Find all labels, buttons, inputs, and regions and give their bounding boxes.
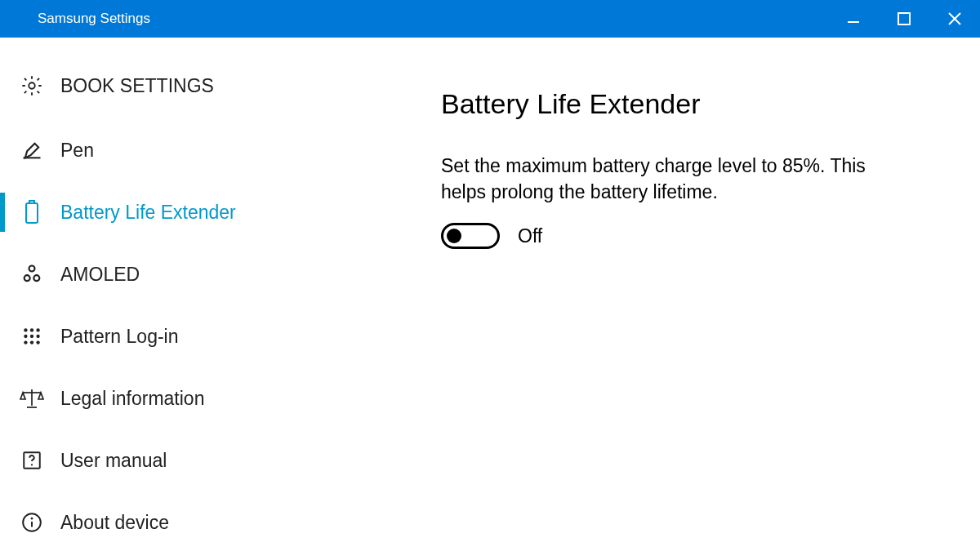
svg-point-10	[24, 328, 27, 331]
titlebar: Samsung Settings	[0, 0, 980, 38]
sidebar-item-about-device[interactable]: About device	[0, 491, 384, 551]
sidebar-item-amoled[interactable]: AMOLED	[0, 243, 384, 305]
setting-description: Set the maximum battery charge level to …	[441, 153, 906, 205]
sidebar-item-label: Pattern Log-in	[60, 326, 178, 348]
svg-rect-6	[29, 201, 34, 203]
minimize-icon	[846, 11, 861, 26]
content-area: BOOK SETTINGS Pen Battery Life Extender	[0, 38, 980, 551]
svg-point-15	[36, 335, 39, 338]
close-button[interactable]	[929, 0, 980, 38]
sidebar-item-label: BOOK SETTINGS	[60, 75, 214, 97]
sidebar-item-user-manual[interactable]: User manual	[0, 429, 384, 491]
minimize-button[interactable]	[828, 0, 879, 38]
svg-point-4	[29, 82, 34, 88]
amoled-icon	[18, 263, 46, 286]
svg-point-14	[30, 335, 33, 338]
svg-point-7	[29, 266, 35, 272]
sidebar-item-label: Legal information	[60, 388, 204, 410]
svg-point-13	[24, 335, 27, 338]
sidebar-item-label: Pen	[60, 140, 94, 162]
close-icon	[947, 11, 963, 27]
pattern-icon	[18, 326, 46, 347]
svg-rect-5	[26, 203, 38, 223]
sidebar-item-pen[interactable]: Pen	[0, 119, 384, 181]
sidebar-item-label: About device	[60, 512, 169, 534]
sidebar-item-label: Battery Life Extender	[60, 202, 236, 224]
sidebar: BOOK SETTINGS Pen Battery Life Extender	[0, 38, 384, 551]
toggle-row: Off	[441, 223, 931, 249]
svg-point-16	[24, 340, 27, 344]
toggle-knob	[447, 229, 461, 243]
info-icon	[18, 512, 46, 533]
svg-rect-1	[898, 13, 910, 24]
svg-point-18	[36, 340, 39, 344]
svg-point-9	[33, 275, 39, 281]
scales-icon	[18, 388, 46, 409]
sidebar-item-legal-information[interactable]: Legal information	[0, 367, 384, 429]
gear-icon	[18, 74, 46, 97]
maximize-icon	[897, 11, 911, 26]
sidebar-item-book-settings[interactable]: BOOK SETTINGS	[0, 62, 384, 109]
main-panel: Battery Life Extender Set the maximum ba…	[384, 38, 980, 551]
svg-point-8	[24, 275, 30, 281]
manual-icon	[18, 450, 46, 471]
svg-point-12	[36, 328, 39, 331]
maximize-button[interactable]	[879, 0, 929, 38]
window-title: Samsung Settings	[38, 11, 828, 27]
toggle-state-label: Off	[518, 225, 542, 247]
battery-icon	[18, 200, 46, 224]
svg-point-23	[31, 464, 33, 465]
svg-point-26	[31, 518, 33, 520]
svg-point-17	[30, 340, 33, 344]
sidebar-item-pattern-login[interactable]: Pattern Log-in	[0, 305, 384, 367]
sidebar-item-label: AMOLED	[60, 264, 140, 286]
sidebar-item-battery-life-extender[interactable]: Battery Life Extender	[0, 181, 384, 243]
pen-icon	[18, 139, 46, 162]
sidebar-item-label: User manual	[60, 450, 167, 472]
battery-extender-toggle[interactable]	[441, 223, 500, 249]
svg-point-11	[30, 328, 33, 331]
page-heading: Battery Life Extender	[441, 88, 931, 120]
